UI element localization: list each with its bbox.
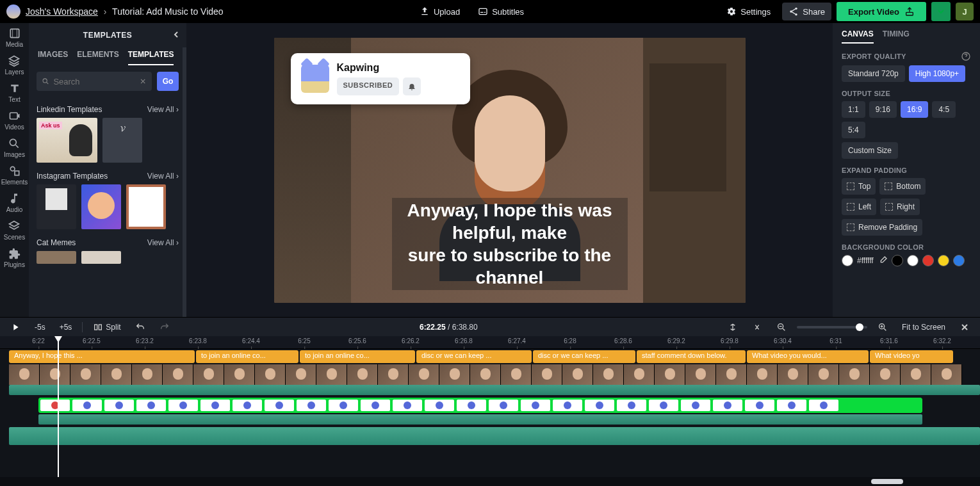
overlay-chip[interactable] [265,400,294,411]
ratio-4-5[interactable]: 4:5 [932,101,956,118]
overlay-chip[interactable] [745,400,774,411]
bg-color-input[interactable]: #ffffff [842,255,874,266]
overlay-chip[interactable] [233,400,262,411]
overlay-chip[interactable] [361,400,390,411]
eyedropper-icon[interactable] [878,255,888,266]
overlay-chip[interactable] [681,400,710,411]
back-5s[interactable]: -5s [31,321,49,334]
nav-audio[interactable]: Audio [6,192,23,213]
workspace-avatar[interactable] [6,4,20,19]
subtitles-button[interactable]: Subtitles [471,3,530,20]
viewall-link[interactable]: View All › [147,238,179,247]
quality-standard[interactable]: Standard 720p [842,65,905,82]
nav-media[interactable]: Media [6,27,23,48]
export-button[interactable]: Export Video [837,2,926,21]
pad-left[interactable]: Left [842,198,876,215]
close-timeline[interactable] [956,320,974,334]
video-track[interactable] [0,364,980,385]
overlay-chip[interactable] [457,400,486,411]
pad-bottom[interactable]: Bottom [879,178,926,195]
swatch[interactable] [922,255,934,266]
help-icon[interactable] [961,51,971,61]
upload-button[interactable]: Upload [413,3,466,20]
video-preview[interactable]: Kapwing SUBSCRIBED Anyway, I hope this w… [274,38,746,303]
go-button[interactable]: Go [157,72,179,91]
tab-timing[interactable]: TIMING [883,29,910,44]
nav-text[interactable]: Text [8,82,21,103]
redo-button[interactable] [156,320,174,334]
trim-button[interactable] [748,320,766,334]
subtitle-clip[interactable]: disc or we can keep ... [533,350,635,363]
canvas-area[interactable]: Kapwing SUBSCRIBED Anyway, I hope this w… [186,23,833,317]
template-thumb[interactable] [81,184,121,229]
tab-canvas[interactable]: CANVAS [842,29,874,44]
fwd-5s[interactable]: +5s [56,321,76,334]
overlay-chip[interactable] [649,400,678,411]
subtitle-clip[interactable]: to join an online co... [196,350,298,363]
overlay-chip[interactable] [104,400,134,411]
template-thumb[interactable] [37,251,76,264]
tab-images[interactable]: IMAGES [38,50,68,65]
zoom-slider[interactable] [797,326,867,328]
overlay-track[interactable] [38,398,922,413]
overlay-chip[interactable] [777,400,806,411]
nav-images[interactable]: Images [4,137,25,158]
template-thumb[interactable] [37,184,76,229]
overlay-chip[interactable] [617,400,646,411]
overlay-chip[interactable] [168,400,198,411]
subtitle-clip[interactable]: What video yo [870,350,953,363]
search-box[interactable] [37,72,152,91]
overlay-chip[interactable] [713,400,742,411]
ratio-1-1[interactable]: 1:1 [842,101,865,118]
tab-elements[interactable]: ELEMENTS [77,50,118,65]
share-button[interactable]: Share [782,3,831,20]
ratio-5-4[interactable]: 5:4 [842,122,865,138]
timeline[interactable]: 6:226:22.56:23.26:23.86:24.46:256:25.66:… [0,336,980,486]
nav-videos[interactable]: Videos [4,109,24,131]
settings-button[interactable]: Settings [720,3,777,20]
viewall-link[interactable]: View All › [147,172,179,181]
swatch[interactable] [892,255,903,266]
undo-button[interactable] [131,320,149,334]
subtitle-track[interactable]: Anyway, I hope this ...to join an online… [0,350,980,363]
quality-high[interactable]: High 1080p+ [909,65,965,82]
template-thumb[interactable] [126,184,166,229]
ratio-9-16[interactable]: 9:16 [869,101,897,118]
overlay-chip[interactable] [200,400,230,411]
nav-elements[interactable]: Elements [1,165,28,186]
subtitle-clip[interactable]: staff comment down below. [637,350,746,363]
overlay-chip[interactable] [393,400,422,411]
fit-to-screen[interactable]: Fit to Screen [898,321,949,334]
subtitle-clip[interactable]: to join an online co... [300,350,415,363]
overlay-chip[interactable] [489,400,518,411]
zoom-out[interactable] [772,320,790,334]
nav-layers[interactable]: Layers [4,54,24,76]
template-thumb[interactable]: Ask us [37,118,97,163]
workspace-link[interactable]: Josh's Workspace [26,6,98,17]
audio-waveform-track[interactable] [9,385,980,395]
export-caret-button[interactable] [931,2,951,21]
swatch[interactable] [953,255,965,266]
template-thumb[interactable]: 𝓥 [102,118,142,163]
timeline-ruler[interactable]: 6:226:22.56:23.26:23.86:24.46:256:25.66:… [0,336,980,349]
zoom-in[interactable] [874,320,892,334]
collapse-sidebar-icon[interactable] [171,29,181,40]
audio-waveform-track-2[interactable] [38,414,922,425]
overlay-chip[interactable] [425,400,454,411]
template-thumb[interactable] [81,251,121,264]
overlay-chip[interactable] [553,400,582,411]
music-track[interactable] [9,427,980,445]
subtitle-clip[interactable]: disc or we can keep ... [416,350,532,363]
overlay-chip[interactable] [329,400,358,411]
overlay-chip[interactable] [809,400,838,411]
ratio-16-9[interactable]: 16:9 [901,101,928,118]
overlay-chip[interactable] [136,400,166,411]
clear-icon[interactable] [139,76,147,86]
tab-templates[interactable]: TEMPLATES [128,50,174,65]
pad-top[interactable]: Top [842,178,876,195]
subtitle-clip[interactable]: What video you would... [747,350,869,363]
remove-padding[interactable]: Remove Padding [842,219,922,236]
playhead[interactable] [58,336,59,477]
search-input[interactable] [53,77,135,86]
swatch[interactable] [907,255,919,266]
